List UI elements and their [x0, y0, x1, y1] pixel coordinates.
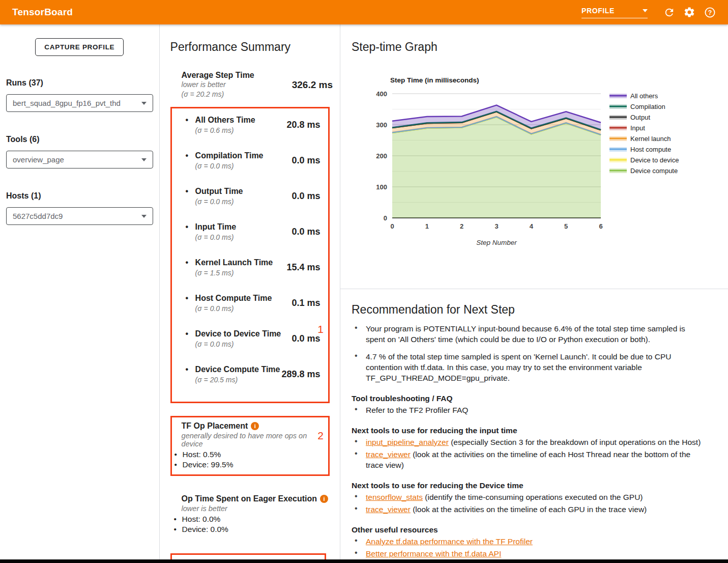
- runs-select-value: bert_squad_8gpu_fp16_pvt_thd: [13, 99, 121, 107]
- tf-op-placement-box: TF Op Placement i generally desired to h…: [170, 416, 330, 476]
- metrics-annotation-box: •All Others Time(σ = 0.6 ms)20.8 ms•Comp…: [170, 107, 330, 403]
- metric-label: •All Others Time: [186, 116, 255, 125]
- metric-sigma: (σ = 20.5 ms): [195, 376, 280, 384]
- legend-label: Kernel launch: [630, 135, 671, 143]
- right-panel: Step-time Graph Step Time (in millisecon…: [340, 24, 728, 563]
- legend-label: Host compute: [630, 146, 671, 153]
- bullet-icon: •: [186, 294, 195, 303]
- step-time-graph-title: Step-time Graph: [352, 40, 728, 54]
- hosts-select-value: 5627c5dd7dc9: [13, 212, 63, 220]
- metric-row: •Kernel Launch Time(σ = 1.5 ms)15.4 ms: [172, 258, 328, 277]
- svg-text:?: ?: [708, 9, 712, 16]
- metric-sigma: (σ = 0.0 ms): [195, 340, 281, 348]
- x-tick-label: 6: [599, 222, 602, 230]
- tool-link[interactable]: Better performance with the tf.data API: [366, 549, 501, 558]
- hosts-group: Hosts (1) 5627c5dd7dc9: [6, 191, 153, 225]
- metric-row: •Host Compute Time(σ = 0.0 ms)0.1 ms: [172, 294, 328, 313]
- metric-value: 0.0 ms: [292, 155, 321, 166]
- hosts-select[interactable]: 5627c5dd7dc9: [6, 207, 153, 225]
- bottom-strip: [0, 559, 728, 563]
- average-step-time-value: 326.2 ms: [292, 79, 333, 91]
- tool-link[interactable]: Analyze tf.data performance with the TF …: [366, 537, 533, 546]
- eager-execution-title: Op Time Spent on Eager Execution i: [182, 494, 340, 503]
- tools-select-value: overview_page: [13, 155, 64, 164]
- refresh-button[interactable]: [659, 2, 679, 22]
- x-tick-label: 1: [425, 222, 429, 230]
- annotation-number-1: 1: [317, 323, 324, 335]
- metrics-box-wrap: •All Others Time(σ = 0.6 ms)20.8 ms•Comp…: [170, 107, 340, 403]
- bullet-icon: •: [352, 437, 366, 447]
- tools-select[interactable]: overview_page: [6, 151, 153, 168]
- x-tick-label: 0: [390, 222, 394, 230]
- chevron-down-icon: [643, 9, 648, 12]
- eager-execution-list: •Host: 0.0%•Device: 0.0%: [172, 514, 340, 534]
- metric-row: •Device Compute Time(σ = 20.5 ms)289.8 m…: [172, 365, 328, 384]
- tool-link[interactable]: input_pipeline_analyzer: [366, 438, 449, 446]
- step-time-chart: Step Time (in milliseconds)0100200300400…: [366, 74, 728, 252]
- annotation-number-2: 2: [317, 430, 324, 442]
- section-item: •Analyze tf.data performance with the TF…: [352, 536, 708, 547]
- bullet-icon: •: [174, 514, 182, 524]
- runs-label: Runs (37): [6, 78, 153, 88]
- chevron-down-icon: [141, 102, 147, 105]
- metric-label: •Kernel Launch Time: [186, 258, 273, 267]
- list-item: •Device: 0.0%: [172, 524, 340, 534]
- eager-execution-block: Op Time Spent on Eager Execution i lower…: [172, 494, 340, 534]
- sidebar: CAPTURE PROFILE Runs (37) bert_squad_8gp…: [0, 24, 160, 563]
- metric-row: •All Others Time(σ = 0.6 ms)20.8 ms: [172, 116, 328, 134]
- info-icon[interactable]: i: [320, 495, 328, 503]
- average-step-time-sub2: (σ = 20.2 ms): [182, 90, 254, 99]
- runs-group: Runs (37) bert_squad_8gpu_fp16_pvt_thd: [6, 78, 153, 112]
- help-icon: ?: [704, 7, 716, 18]
- bullet-icon: •: [174, 460, 183, 470]
- metric-row: •Input Time(σ = 0.0 ms)0.0 ms: [172, 222, 328, 241]
- section-heading: Tool troubleshooting / FAQ: [352, 394, 703, 403]
- x-tick-label: 2: [460, 222, 463, 230]
- gear-icon: [683, 6, 695, 18]
- chart-title: Step Time (in milliseconds): [390, 76, 479, 84]
- y-tick-label: 100: [376, 183, 387, 191]
- x-tick-label: 5: [564, 222, 568, 230]
- section-item: •input_pipeline_analyzer (especially Sec…: [352, 437, 708, 447]
- average-step-time-sub1: lower is better: [182, 80, 254, 90]
- bullet-icon: •: [174, 524, 182, 534]
- metric-value: 0.1 ms: [292, 298, 321, 308]
- bullet-icon: •: [352, 449, 366, 470]
- runs-select[interactable]: bert_squad_8gpu_fp16_pvt_thd: [6, 94, 153, 112]
- metric-label: •Device to Device Time: [186, 329, 281, 339]
- average-step-time-row: Average Step Time lower is better (σ = 2…: [170, 71, 340, 99]
- metric-value: 289.8 ms: [282, 369, 321, 380]
- metric-label: •Output Time: [186, 187, 243, 196]
- bullet-icon: •: [186, 329, 195, 339]
- eager-execution-title-text: Op Time Spent on Eager Execution: [182, 494, 317, 503]
- section-item: •trace_viewer (look at the activities on…: [352, 449, 708, 470]
- capture-profile-button[interactable]: CAPTURE PROFILE: [35, 38, 124, 56]
- metric-label: •Host Compute Time: [186, 294, 272, 303]
- dashboard-selector-value: PROFILE: [581, 7, 615, 15]
- app-header: TensorBoard PROFILE ?: [0, 0, 728, 24]
- metric-row: •Output Time(σ = 0.0 ms)0.0 ms: [172, 187, 328, 206]
- tools-label: Tools (6): [6, 135, 153, 144]
- step-time-graph-card: Step-time Graph Step Time (in millisecon…: [340, 40, 728, 289]
- tool-link[interactable]: tensorflow_stats: [366, 493, 423, 501]
- tool-link[interactable]: trace_viewer: [366, 505, 411, 514]
- bullet-icon: •: [352, 351, 366, 383]
- bullet-icon: •: [186, 116, 195, 125]
- section-item: •Better performance with the tf.data API: [352, 548, 708, 559]
- section-heading: Next tools to use for reducing the input…: [352, 426, 703, 435]
- section-heading: Other useful resources: [352, 525, 703, 534]
- dashboard-selector[interactable]: PROFILE: [581, 7, 648, 18]
- main-area: CAPTURE PROFILE Runs (37) bert_squad_8gp…: [0, 24, 728, 563]
- tf-op-placement-title: TF Op Placement i: [182, 421, 324, 431]
- metric-sigma: (σ = 0.0 ms): [195, 198, 243, 206]
- help-button[interactable]: ?: [700, 2, 720, 22]
- metric-value: 0.0 ms: [292, 191, 321, 202]
- info-icon[interactable]: i: [251, 422, 259, 430]
- recommendation-bullet: •Your program is POTENTIALLY input-bound…: [352, 323, 703, 345]
- section-heading: Next tools to use for reducing the Devic…: [352, 481, 703, 490]
- recommendation-card: Recommendation for Next Step •Your progr…: [340, 303, 728, 559]
- metric-sigma: (σ = 0.6 ms): [195, 126, 255, 134]
- tool-link[interactable]: trace_viewer: [366, 450, 411, 459]
- settings-button[interactable]: [679, 2, 700, 22]
- y-tick-label: 300: [376, 121, 387, 129]
